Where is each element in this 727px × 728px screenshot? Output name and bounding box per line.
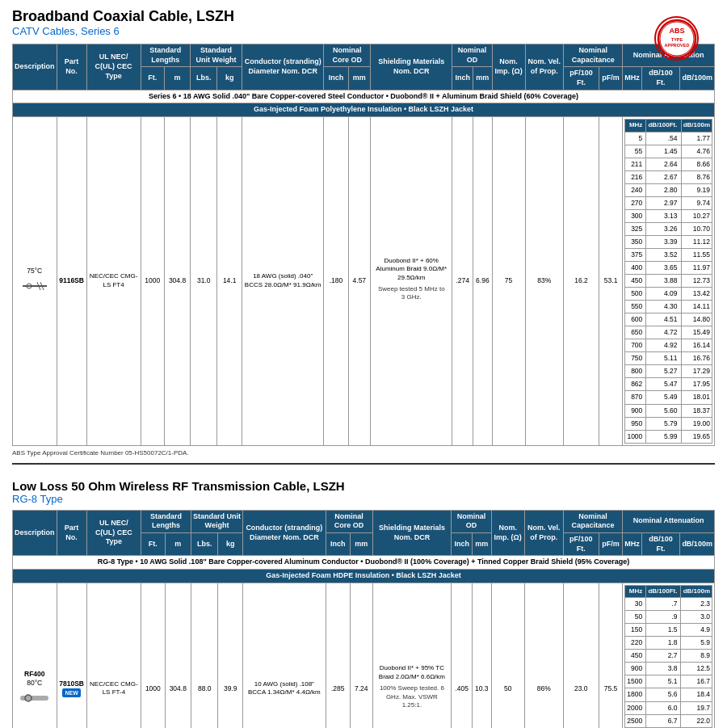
col2-core-inch: Inch <box>326 533 350 556</box>
col2-core-mm: mm <box>350 533 372 556</box>
col2-conductor: Conductor (stranding) Diameter Nom. DCR <box>243 510 326 556</box>
product-kg-1: 14.1 <box>217 117 242 446</box>
col2-kg: kg <box>218 533 243 556</box>
col-od-inch: Inch <box>452 67 473 90</box>
svg-text:ABS: ABS <box>669 27 684 35</box>
col-db100ft: dB/100 Ft. <box>641 67 680 90</box>
col-m: m <box>164 67 190 90</box>
page-subtitle-2: RG-8 Type <box>12 493 715 505</box>
col2-shielding: Shielding Materials Nom. DCR <box>372 510 452 556</box>
col2-db100m: dB/100m <box>680 533 715 556</box>
page-subtitle-1: CATV Cables, Series 6 <box>12 25 715 37</box>
product-partno-1: 9116SB <box>57 117 86 446</box>
cable-icon-1 <box>23 279 47 293</box>
col-kg: kg <box>217 67 242 90</box>
product-od-inch-1: .274 <box>452 117 473 446</box>
product-cap2-2: 75.5 <box>599 583 623 728</box>
svg-text:TYPE: TYPE <box>670 37 683 42</box>
product-desc-2: RF400 80°C <box>13 583 57 728</box>
col-core-od: Nominal Core OD <box>324 44 371 67</box>
product-ul-1: NEC/CEC CMG-LS FT4 <box>86 117 141 446</box>
product-core-mm-1: 4.57 <box>348 117 371 446</box>
col-lbs: Lbs. <box>191 67 217 90</box>
col2-db100ft: dB/100 Ft. <box>641 533 680 556</box>
product-cap1-1: 16.2 <box>564 117 599 446</box>
col-description: Description <box>13 44 57 90</box>
col-conductor: Conductor (stranding) Diameter Nom. DCR <box>242 44 324 90</box>
sweep-note-1: Sweep tested 5 MHz to 3 GHz. <box>372 282 450 305</box>
product-od-inch-2: .405 <box>452 583 473 728</box>
col2-nom-vel: Nom. Vel. of Prop. <box>524 510 563 556</box>
col2-description: Description <box>13 510 57 556</box>
col-unit-wt: Standard Unit Weight <box>191 44 242 67</box>
col-nom-imp: Nom. Imp. (Ω) <box>492 44 525 90</box>
product-m-1: 304.8 <box>164 117 190 446</box>
product-imp-1: 75 <box>492 117 525 446</box>
product-partno-2: 7810SB NEW <box>57 583 86 728</box>
col2-capacitance: Nominal Capacitance <box>563 510 622 532</box>
product-ft-2: 1000 <box>141 583 165 728</box>
col-ft: Ft. <box>141 67 164 90</box>
col2-nom-od: Nominal OD <box>452 510 491 532</box>
col2-m: m <box>165 533 191 556</box>
abs-logo: ABS TYPE APPROVED <box>654 16 699 61</box>
col-core-mm: mm <box>348 67 371 90</box>
col-od-mm: mm <box>473 67 493 90</box>
new-badge: NEW <box>62 688 80 697</box>
col-std-lengths: Standard Lengths <box>141 44 191 67</box>
col2-lbs: Lbs. <box>191 533 217 556</box>
col2-part-no: Part No. <box>57 510 86 556</box>
col-ul-nec: UL NEC/ C(UL) CEC Type <box>86 44 141 90</box>
col-pf100ft: pF/100 Ft. <box>564 67 599 90</box>
product-vel-1: 83% <box>525 117 564 446</box>
insulation-note-2: Gas-Injected Foam HDPE Insulation • Blac… <box>13 570 715 583</box>
product-conductor-2: 10 AWG (solid) .108" BCCA 1.34Ω/M* 4.4Ω/… <box>243 583 326 728</box>
insulation-note-1: Gas-Injected Foam Polyethylene Insulatio… <box>13 103 715 117</box>
product-kg-2: 39.9 <box>218 583 243 728</box>
col2-mhz: MHz <box>623 533 642 556</box>
spec-table-2: Description Part No. UL NEC/ C(UL) CEC T… <box>12 510 715 728</box>
page-header: ABS TYPE APPROVED Broadband Coaxial Cabl… <box>12 8 715 37</box>
product-ft-1: 1000 <box>141 117 164 446</box>
product-core-inch-2: .285 <box>326 583 350 728</box>
product-atten-1: MHzdB/100Ft.dB/100m5.541.77551.454.76211… <box>623 117 715 446</box>
col-db100m: dB/100m <box>680 67 715 90</box>
col2-attenuation: Nominal Attenuation <box>623 510 715 532</box>
product-atten-2: MHzdB/100Ft.dB/100m30.72.350.93.01501.54… <box>623 583 715 728</box>
col2-unit-wt: Standard Unit Weight <box>191 510 242 532</box>
product-temp-1: 75°C <box>15 267 55 276</box>
col2-nom-imp: Nom. Imp. (Ω) <box>491 510 524 556</box>
col2-ul-nec: UL NEC/ C(UL) CEC Type <box>86 510 141 556</box>
product-shielding-1: Duobond II* + 60% Aluminum Braid 9.0Ω/M*… <box>371 117 452 446</box>
product-cap2-1: 53.1 <box>599 117 622 446</box>
product-core-mm-2: 7.24 <box>350 583 372 728</box>
col-mhz: MHz <box>623 67 642 90</box>
col-capacitance: Nominal Capacitance <box>564 44 623 67</box>
col-shielding: Shielding Materials Nom. DCR <box>371 44 452 90</box>
col2-od-mm: mm <box>473 533 492 556</box>
col-core-inch: Inch <box>324 67 348 90</box>
product-conductor-1: 18 AWG (solid) .040" BCCS 28.0Ω/M* 91.9Ω… <box>242 117 324 446</box>
product-vel-2: 86% <box>524 583 563 728</box>
page-title-2: Low Loss 50 Ohm Wireless RF Transmission… <box>12 479 715 493</box>
product-imp-2: 50 <box>491 583 524 728</box>
product-shielding-2: Duobond II* + 95% TC Braid 2.0Ω/M* 6.6Ω/… <box>372 583 452 728</box>
col2-core-od: Nominal Core OD <box>326 510 372 532</box>
col2-pfm: pF/m <box>599 533 623 556</box>
product-lbs-2: 88.0 <box>191 583 217 728</box>
series-note-2: RG-8 Type • 10 AWG Solid .108" Bare Copp… <box>13 556 715 570</box>
product-m-2: 304.8 <box>165 583 191 728</box>
product-core-inch-1: .180 <box>324 117 348 446</box>
col2-ft: Ft. <box>141 533 165 556</box>
cert-1: ABS Type Approval Certificate Number 05-… <box>12 449 715 457</box>
col-pfm: pF/m <box>599 67 622 90</box>
col2-pf100ft: pF/100 Ft. <box>563 533 599 556</box>
sweep-note-2: 100% Sweep tested. 6 GHz. Max. VSWR 1.25… <box>375 681 450 713</box>
spec-table-1: Description Part No. UL NEC/ C(UL) CEC T… <box>12 44 715 446</box>
product-desc-1: 75°C <box>13 117 57 446</box>
col-nom-vel: Nom. Vel. of Prop. <box>525 44 564 90</box>
svg-text:APPROVED: APPROVED <box>664 43 689 48</box>
cable-icon-2 <box>20 691 48 705</box>
col-nom-od: Nominal OD <box>452 44 492 67</box>
product-ul-2: NEC/CEC CMG-LS FT-4 <box>86 583 141 728</box>
